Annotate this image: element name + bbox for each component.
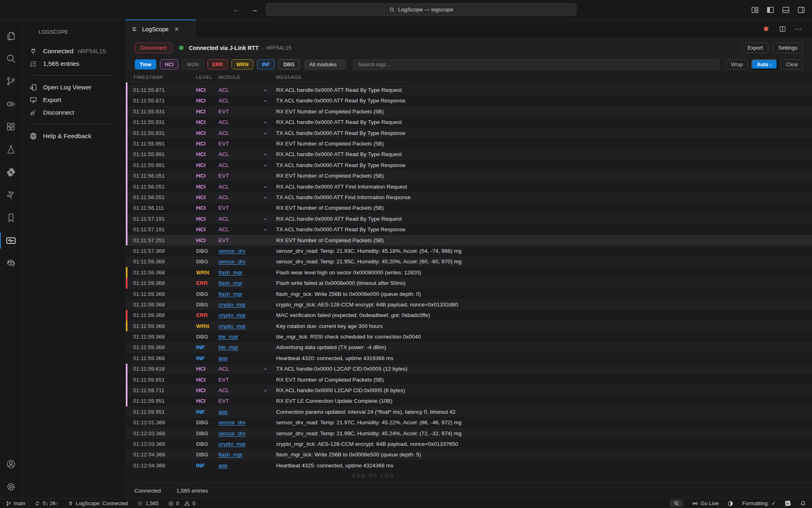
settings-gear-icon[interactable] [0, 475, 22, 498]
log-row[interactable]: 01:11:56.051HCIACL▸TX ACL handle:0x0000 … [126, 192, 812, 202]
log-row[interactable]: 01:11:59.368ERRflash_mgrFlash write fail… [126, 278, 812, 288]
log-row[interactable]: 01:11:55.931HCIACL▸RX ACL handle:0x0000 … [126, 117, 812, 128]
toggle-primary-sidebar-icon[interactable] [766, 6, 775, 14]
log-row[interactable]: 01:11:55.931HCIACL▸TX ACL handle:0x0000 … [126, 128, 812, 138]
wrap-button[interactable]: Wrap [726, 59, 748, 69]
log-row[interactable]: 01:11:55.871HCIACL▸TX ACL handle:0x0000 … [126, 96, 812, 106]
log-row[interactable]: 01:11:59.368ERRcrypto_mgrMAC verificatio… [126, 310, 812, 321]
log-row[interactable]: 01:11:56.051HCIEVTRX EVT Number of Compl… [126, 171, 812, 181]
contrast-theme-icon[interactable] [727, 500, 734, 507]
bell-icon[interactable] [800, 500, 806, 507]
more-actions-icon[interactable]: ⋯ [795, 25, 802, 33]
log-row[interactable]: 01:12:04.368DBGflash_mgrflash_mgr_tick: … [126, 449, 812, 460]
filter-chip-inf[interactable]: INF [257, 59, 275, 69]
log-row[interactable]: 01:11:57.191HCIACL▸RX ACL handle:0x0000 … [126, 213, 812, 224]
log-module: sensor_drv [218, 430, 265, 436]
status-go-live[interactable]: Go Live [692, 500, 719, 507]
log-row[interactable]: 01:11:55.991HCIACL▸RX ACL handle:0x0000 … [126, 149, 812, 160]
log-row[interactable]: 01:11:56.051HCIACL▸RX ACL handle:0x0000 … [126, 181, 812, 192]
log-row[interactable]: 01:11:59.951INFappConnection params upda… [126, 406, 812, 417]
toggle-panel-icon[interactable] [782, 6, 790, 14]
status-entries[interactable]: 1,565 [137, 500, 159, 506]
sidebar-export[interactable]: Export [29, 93, 125, 106]
log-row[interactable]: 01:11:55.991HCIEVTRX EVT Number of Compl… [126, 138, 812, 149]
autoscroll-button[interactable]: Auto ↓ [752, 59, 777, 69]
settings-button[interactable]: Settings [773, 43, 803, 53]
modules-dropdown[interactable]: All modules · [304, 59, 346, 70]
testing-icon[interactable] [0, 138, 22, 161]
clear-button[interactable]: Clear [781, 59, 803, 69]
filter-chip-mon[interactable]: MON [182, 59, 203, 69]
filter-chip-time[interactable]: Time [135, 59, 156, 69]
explorer-icon[interactable] [0, 24, 22, 47]
log-row[interactable]: 01:11:57.251HCIEVTRX EVT Number of Compl… [126, 235, 812, 245]
log-message: TX ACL handle:0x0000 ATT Read By Type Re… [276, 98, 405, 104]
filter-chip-wrn[interactable]: WRN [231, 59, 253, 69]
log-level: HCI [196, 141, 218, 147]
python-icon[interactable] [0, 161, 22, 184]
history-forward-icon[interactable]: → [251, 5, 258, 14]
log-row[interactable]: 01:11:59.368WRNflash_mgrFlash wear level… [126, 267, 812, 278]
account-icon[interactable] [0, 453, 22, 475]
search-icon[interactable] [0, 47, 22, 70]
filter-chip-hci[interactable]: HCI [160, 59, 179, 69]
log-row[interactable]: 01:11:59.951HCIEVTRX EVT LE Connection U… [126, 396, 812, 406]
check-icon: ✓ [771, 500, 776, 506]
logscope-waveform-icon[interactable] [0, 229, 22, 252]
log-row[interactable]: 01:11:57.368DBGsensor_drvsensor_drv_read… [126, 245, 812, 256]
log-row[interactable]: 01:11:59.368INFappHeartbeat 4320: connec… [126, 353, 812, 363]
log-row[interactable]: 01:12:03.368DBGsensor_drvsensor_drv_read… [126, 428, 812, 439]
status-logscope[interactable]: LogScope: Connected [68, 500, 128, 506]
status-branch[interactable]: main [6, 500, 25, 506]
log-level: DBG [196, 302, 218, 308]
filter-chip-err[interactable]: ERR [207, 59, 228, 69]
search-logs-input[interactable] [353, 59, 719, 70]
command-center-search[interactable]: LogScope — logscope [266, 3, 577, 16]
disconnect-button[interactable]: Disconnect [135, 43, 172, 53]
sidebar-disconnect[interactable]: Disconnect [29, 106, 125, 119]
log-row[interactable]: 01:12:01.368DBGsensor_drvsensor_drv_read… [126, 417, 812, 428]
log-row[interactable]: 01:11:59.651HCIEVTRX EVT Number of Compl… [126, 374, 812, 385]
tab-close-icon[interactable]: ✕ [174, 26, 179, 33]
log-row[interactable]: 01:11:59.368INFble_mgrAdvertising data u… [126, 342, 812, 353]
circuit-board-icon[interactable] [0, 184, 22, 206]
log-row[interactable]: 01:11:57.191HCIACL▸TX ACL handle:0x0000 … [126, 224, 812, 234]
starburst-extension-icon[interactable] [762, 25, 770, 33]
bookmarks-icon[interactable] [0, 206, 22, 229]
log-row[interactable]: 01:11:59.618HCIACL▸TX ACL handle:0x0000 … [126, 364, 812, 374]
log-row[interactable]: 01:11:59.368WRNcrypto_mgrKey rotation du… [126, 321, 812, 331]
status-problems[interactable]: 0 0 [168, 500, 195, 506]
end-of-log-marker: END OF LOG [352, 471, 812, 481]
log-row[interactable]: 01:11:56.111HCIEVTRX EVT Number of Compl… [126, 203, 812, 213]
sidebar-help-feedback[interactable]: Help & Feedback [29, 130, 125, 142]
log-message: Advertising data updated (TX power: -4 d… [276, 344, 386, 350]
log-row[interactable]: 01:12:04.368INFappHeartbeat 4325: connec… [126, 460, 812, 471]
status-sync[interactable]: 0↓ 26↑ [35, 500, 58, 506]
log-level: WRN [196, 269, 218, 276]
log-row[interactable]: 01:11:55.931HCIEVTRX EVT Number of Compl… [126, 106, 812, 117]
log-row[interactable]: 01:11:59.368DBGsensor_drvsensor_drv_read… [126, 256, 812, 267]
filter-chip-dbg[interactable]: DBG [279, 59, 300, 69]
log-row[interactable]: 01:11:55.991HCIACL▸TX ACL handle:0x0000 … [126, 160, 812, 170]
export-button[interactable]: Export [742, 43, 769, 53]
3d-viewer-icon[interactable] [0, 252, 22, 275]
log-row[interactable]: 01:11:55.871HCIACL▸RX ACL handle:0x0000 … [126, 85, 812, 95]
log-row[interactable]: 01:11:59.368DBGflash_mgrflash_mgr_tick: … [126, 289, 812, 299]
sidebar-open-log-viewer[interactable]: Open Log Viewer [29, 81, 125, 93]
run-debug-icon[interactable] [0, 93, 22, 115]
log-row[interactable]: 01:12:03.368DBGcrypto_mgrcrypto_mgr_tick… [126, 439, 812, 449]
tab-logscope[interactable]: LogScope ✕ [126, 20, 196, 38]
status-zoom[interactable] [670, 499, 683, 507]
footer-status: Connected [134, 488, 161, 494]
split-editor-icon[interactable] [779, 25, 786, 33]
extensions-icon[interactable] [0, 115, 22, 138]
toggle-secondary-sidebar-icon[interactable] [797, 6, 806, 14]
log-row[interactable]: 01:11:59.711HCIACL▸RX ACL handle:0x0000 … [126, 385, 812, 395]
history-back-icon[interactable]: ← [232, 5, 240, 14]
prettier-icon[interactable] [784, 500, 791, 507]
log-row[interactable]: 01:11:59.368DBGcrypto_mgrcrypto_mgr_tick… [126, 299, 812, 310]
log-row[interactable]: 01:11:59.368DBGble_mgrble_mgr_tick: RSSI… [126, 331, 812, 342]
status-formatting[interactable]: Formatting: ✓ [742, 500, 776, 506]
source-control-icon[interactable] [0, 70, 22, 93]
customize-layout-icon[interactable] [751, 6, 759, 14]
